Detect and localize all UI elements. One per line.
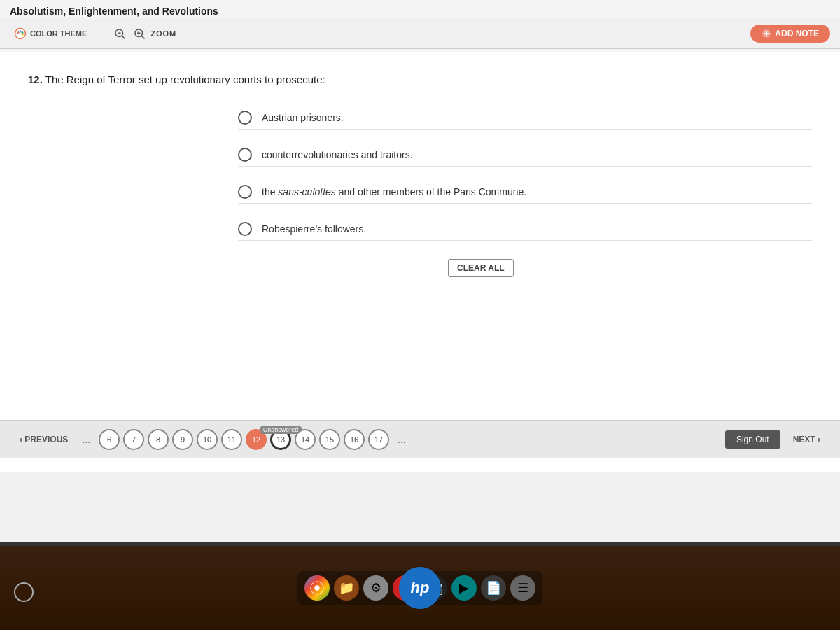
app-header: Absolutism, Enlightenment, and Revolutio… <box>0 0 840 52</box>
svg-line-6 <box>122 36 125 38</box>
clear-all-button[interactable]: CLEAR ALL <box>448 259 514 277</box>
taskbar-icon-brown[interactable]: 📁 <box>334 575 359 601</box>
next-label: NEXT › <box>793 435 820 444</box>
svg-point-4 <box>22 34 24 36</box>
next-button[interactable]: NEXT › <box>788 432 826 447</box>
zoom-out-icon <box>113 27 126 40</box>
taskbar: 📁 ⚙ ■ 📷 ▶ 📄 ☰ hp <box>0 546 840 630</box>
zoom-in-icon <box>133 27 146 40</box>
radio-c[interactable] <box>238 185 252 199</box>
taskbar-icon-chrome[interactable] <box>304 575 330 601</box>
sign-out-label: Sign Out <box>736 435 769 444</box>
answer-options: Austrian prisoners. counterrevolutionari… <box>238 106 812 241</box>
radio-a[interactable] <box>238 111 252 125</box>
previous-button[interactable]: ‹ PREVIOUS <box>14 432 74 447</box>
nav-right: Sign Out NEXT › <box>725 430 826 449</box>
bottom-left-circle <box>14 582 34 602</box>
svg-point-16 <box>314 585 319 590</box>
color-theme-label: COLOR THEME <box>30 29 87 38</box>
answer-option-a[interactable]: Austrian prisoners. <box>238 106 812 130</box>
app-title: Absolutism, Enlightenment, and Revolutio… <box>0 3 840 18</box>
answer-option-d[interactable]: Robespierre’s followers. <box>238 218 812 241</box>
nav-page-10[interactable]: 10 <box>197 429 218 450</box>
palette-icon <box>14 27 27 40</box>
nav-page-17[interactable]: 17 <box>368 429 389 450</box>
screen: Absolutism, Enlightenment, and Revolutio… <box>0 0 840 546</box>
answer-text-a: Austrian prisoners. <box>262 112 344 123</box>
answer-text-c: the sans-culottes and other members of t… <box>262 186 526 197</box>
add-note-label: ADD NOTE <box>775 29 819 38</box>
taskbar-icon-settings[interactable]: ⚙ <box>363 575 388 601</box>
zoom-label: ZOOM <box>150 29 176 38</box>
answer-text-b: counterrevolutionaries and traitors. <box>262 149 413 160</box>
color-theme-button[interactable]: COLOR THEME <box>10 24 91 43</box>
zoom-controls: ZOOM <box>111 25 176 42</box>
zoom-in-button[interactable] <box>131 25 148 42</box>
svg-line-9 <box>142 36 145 38</box>
toolbar-divider <box>101 24 102 43</box>
hp-logo: hp <box>399 567 441 609</box>
radio-d[interactable] <box>238 222 252 236</box>
nav-page-7[interactable]: 7 <box>123 429 144 450</box>
sign-out-button[interactable]: Sign Out <box>725 430 780 449</box>
toolbar: COLOR THEME <box>0 18 840 49</box>
page-nav-dots: 6 7 8 9 10 11 12 13 Unanswered 14 15 16 … <box>99 429 389 450</box>
answer-option-c[interactable]: the sans-culottes and other members of t… <box>238 181 812 204</box>
taskbar-icon-teal[interactable]: ▶ <box>451 575 477 601</box>
nav-page-16[interactable]: 16 <box>344 429 365 450</box>
navigation-bar: ‹ PREVIOUS ... 6 7 8 9 10 11 12 13 Unans… <box>0 420 840 458</box>
svg-point-1 <box>18 31 20 34</box>
nav-page-6[interactable]: 6 <box>99 429 120 450</box>
unanswered-badge: Unanswered <box>260 426 302 434</box>
taskbar-icon-file[interactable]: 📄 <box>481 575 506 601</box>
clear-all-label: CLEAR ALL <box>457 263 505 273</box>
taskbar-icon-gray[interactable]: ☰ <box>510 575 536 601</box>
nav-page-11[interactable]: 11 <box>221 429 242 450</box>
answer-option-b[interactable]: counterrevolutionaries and traitors. <box>238 144 812 167</box>
radio-b[interactable] <box>238 148 252 162</box>
answer-text-d: Robespierre’s followers. <box>262 223 366 234</box>
laptop-frame: Absolutism, Enlightenment, and Revolutio… <box>0 0 840 630</box>
toolbar-right: ADD NOTE <box>750 24 830 43</box>
nav-ellipsis-right: ... <box>395 434 409 445</box>
nav-page-9[interactable]: 9 <box>172 429 193 450</box>
plus-icon <box>762 29 771 38</box>
previous-label: ‹ PREVIOUS <box>20 435 68 444</box>
nav-page-15[interactable]: 15 <box>319 429 340 450</box>
svg-point-0 <box>15 28 26 38</box>
app-title-text: Absolutism, Enlightenment, and Revolutio… <box>10 6 218 17</box>
nav-page-14[interactable]: 14 <box>295 429 316 450</box>
nav-ellipsis-left: ... <box>79 434 93 445</box>
question-body: The Reign of Terror set up revolutionary… <box>46 74 326 85</box>
question-text: 12. The Reign of Terror set up revolutio… <box>28 74 812 85</box>
add-note-button[interactable]: ADD NOTE <box>750 24 830 43</box>
question-number: 12. <box>28 74 43 85</box>
nav-page-13[interactable]: 13 Unanswered <box>270 429 291 450</box>
zoom-out-button[interactable] <box>111 25 128 42</box>
svg-point-2 <box>20 30 22 32</box>
nav-page-8[interactable]: 8 <box>148 429 169 450</box>
main-content: 12. The Reign of Terror set up revolutio… <box>0 52 840 472</box>
svg-point-3 <box>22 31 24 34</box>
